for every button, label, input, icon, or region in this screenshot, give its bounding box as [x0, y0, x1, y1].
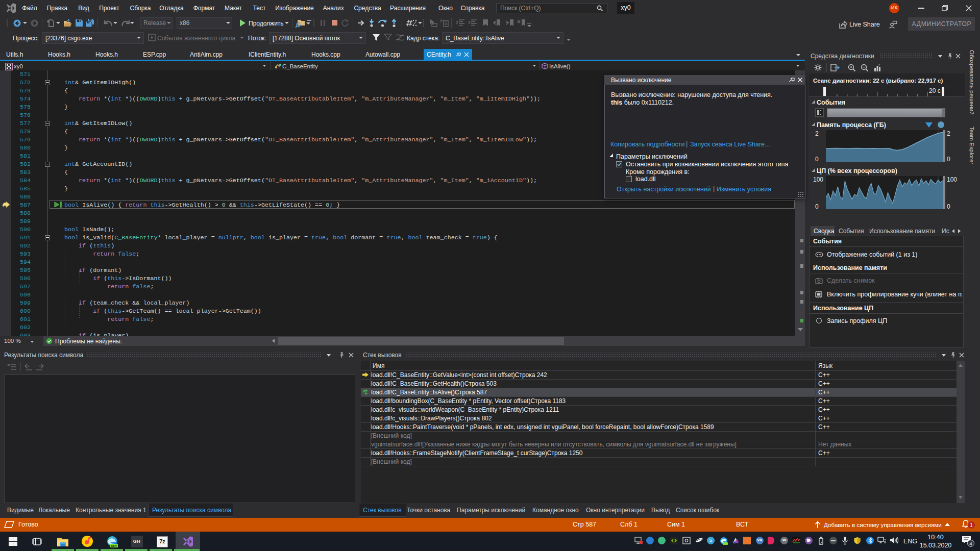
svg-text:DEV: DEV	[111, 544, 117, 547]
svg-text:?: ?	[878, 63, 880, 67]
